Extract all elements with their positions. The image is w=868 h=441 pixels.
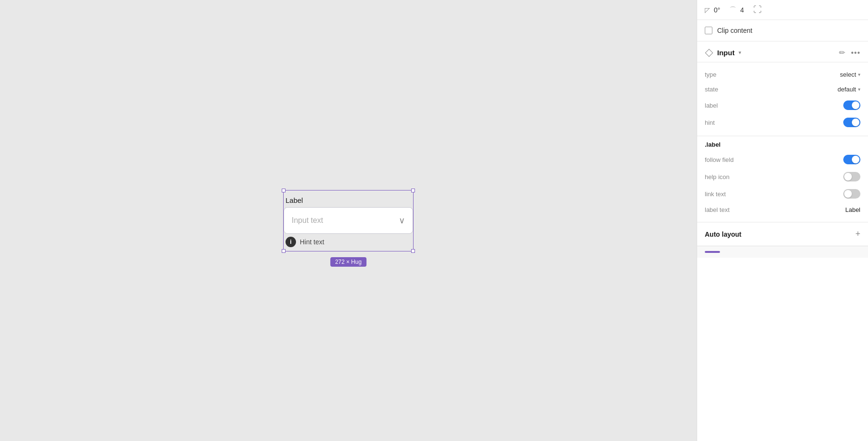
label-sub-section: .label follow field help icon link text … [697, 136, 868, 222]
label-text-row: label text Label [705, 202, 860, 217]
hint-prop-label: hint [705, 119, 715, 126]
corner-handle-tl[interactable] [282, 189, 286, 192]
section-chevron-icon[interactable]: ▾ [739, 50, 741, 56]
state-label: state [705, 86, 718, 93]
chevron-icon: ∨ [399, 215, 405, 226]
label-section-title: .label [705, 141, 860, 148]
link-text-label: link text [705, 190, 726, 198]
help-icon-row: help icon [705, 168, 860, 185]
type-value[interactable]: select ▾ [840, 71, 860, 78]
auto-layout-section: Auto layout + [697, 222, 868, 246]
input-placeholder: Input text [292, 216, 323, 225]
type-chevron-icon: ▾ [858, 72, 860, 77]
properties-section: type select ▾ state default ▾ label hint [697, 62, 868, 136]
state-chevron-icon: ▾ [858, 87, 860, 92]
help-icon-label: help icon [705, 173, 730, 180]
clip-checkbox[interactable] [705, 27, 712, 34]
help-icon-toggle-knob [844, 173, 852, 180]
hint-toggle-knob [852, 119, 859, 126]
section-header: Input ▾ ✏ ••• [697, 41, 868, 62]
label-text-label: label text [705, 206, 730, 213]
type-label: type [705, 71, 717, 78]
link-text-toggle[interactable] [843, 189, 860, 199]
more-icon[interactable]: ••• [851, 49, 860, 57]
diamond-icon [705, 49, 713, 57]
follow-field-toggle[interactable] [843, 155, 860, 164]
follow-field-toggle-knob [852, 156, 859, 163]
corner-handle-bl[interactable] [282, 249, 286, 253]
link-text-toggle-knob [844, 190, 852, 198]
add-icon[interactable]: + [855, 229, 860, 239]
clip-content-row[interactable]: Clip content [697, 20, 868, 41]
label-toggle-knob [852, 101, 859, 109]
panel-top-bar: ◸ 0° ⌒ 4 ⛶ [697, 0, 868, 20]
right-panel: ◸ 0° ⌒ 4 ⛶ Clip content Input ▾ ✏ ••• ty… [697, 0, 868, 441]
input-field[interactable]: Input text ∨ [284, 207, 413, 234]
corner-handle-br[interactable] [411, 249, 415, 253]
state-row: state default ▾ [705, 82, 860, 97]
canvas-area: Label Input text ∨ i Hint text 272 × Hug [0, 0, 697, 441]
hint-text: Hint text [300, 238, 324, 246]
bottom-bar-item [705, 251, 720, 253]
label-row: label [705, 97, 860, 114]
clip-label: Clip content [717, 27, 752, 34]
state-value[interactable]: default ▾ [838, 86, 860, 93]
auto-layout-title: Auto layout [705, 231, 741, 238]
label-text-value: Label [845, 206, 860, 213]
panel-top-left: ◸ 0° ⌒ 4 ⛶ [705, 5, 860, 15]
input-label: Label [284, 196, 413, 204]
edit-icon[interactable]: ✏ [839, 48, 845, 57]
corner-radius-value: 4 [740, 6, 744, 14]
component-outline[interactable]: Label Input text ∨ i Hint text [283, 190, 414, 251]
hint-row: i Hint text [284, 237, 413, 247]
type-value-text: select [840, 71, 856, 78]
corner-radius-icon: ⌒ [730, 6, 736, 14]
component-wrapper: Label Input text ∨ i Hint text 272 × Hug [283, 190, 414, 251]
help-icon-toggle[interactable] [843, 172, 860, 181]
hint-row-prop: hint [705, 114, 860, 131]
resize-icon: ⛶ [753, 5, 762, 15]
hint-toggle[interactable] [843, 118, 860, 127]
bottom-bar [697, 246, 868, 258]
follow-field-label: follow field [705, 156, 734, 163]
size-badge: 272 × Hug [330, 257, 366, 267]
info-icon: i [286, 237, 296, 247]
type-row: type select ▾ [705, 67, 860, 82]
label-prop-label: label [705, 102, 718, 109]
link-text-row: link text [705, 185, 860, 202]
follow-field-row: follow field [705, 151, 860, 168]
angle-value: 0° [714, 6, 720, 14]
angle-icon: ◸ [705, 6, 710, 14]
section-header-right: ✏ ••• [839, 48, 860, 57]
corner-handle-tr[interactable] [411, 189, 415, 192]
input-component: Label Input text ∨ i Hint text [284, 190, 413, 251]
section-title: Input [717, 49, 735, 57]
section-header-left[interactable]: Input ▾ [705, 49, 741, 57]
label-toggle[interactable] [843, 100, 860, 110]
state-value-text: default [838, 86, 856, 93]
